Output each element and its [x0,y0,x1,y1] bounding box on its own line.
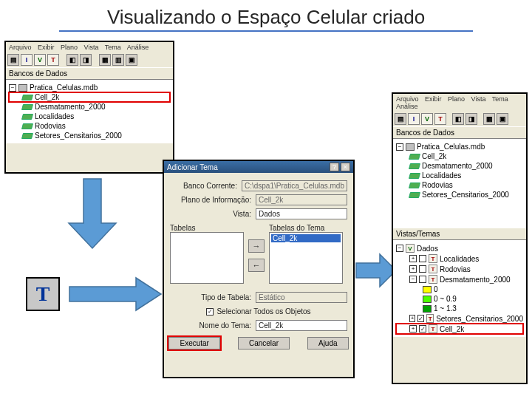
view-name: Dados [417,245,438,253]
menu-vista[interactable]: Vista [471,95,486,103]
list-item[interactable]: Cell_2k [271,234,341,242]
menu-tema[interactable]: Tema [105,44,121,51]
theme-checkbox[interactable] [419,265,426,273]
cancelar-button[interactable]: Cancelar [238,337,290,349]
tree-db-row[interactable]: −Pratica_Celulas.mdb [396,142,523,151]
nome-field[interactable]: Cell_2k [256,320,347,331]
expand-icon[interactable]: + [409,265,417,273]
vista-field[interactable]: Dados [256,208,347,219]
menubar[interactable]: Arquivo Exibir Plano Vista Tema Análise [6,42,173,52]
expand-icon[interactable]: + [409,255,417,262]
tabelas-tema-listbox[interactable]: Cell_2k [269,232,343,284]
layer-label: Cell_2k [35,93,59,101]
tool-btn-5[interactable]: ▣ [126,54,137,66]
t-button[interactable]: T [434,113,446,125]
tool-btn[interactable]: ◧ [452,113,464,125]
select-all-checkbox[interactable]: ✓ [206,308,214,316]
plano-label: Plano de Informação: [170,196,251,204]
views-tree[interactable]: −VDados +TLocalidades +TRodovias −TDesma… [393,240,526,337]
theme-row[interactable]: +✓TSetores_Censitarios_2000 [396,313,523,324]
tree-layer-cell2k[interactable]: Cell_2k [9,92,170,102]
move-right-button[interactable]: → [248,239,265,253]
executar-button[interactable]: Executar [168,337,219,349]
tabelas-listbox[interactable] [170,232,244,284]
t-glyph: T [36,282,50,306]
tree-layer[interactable]: Desmatamento_2000 [9,102,170,112]
expand-icon[interactable]: + [409,325,417,332]
layer-icon [21,104,33,110]
i-button[interactable]: I [408,113,420,125]
expand-icon[interactable]: − [409,276,417,283]
theme-row-cell2k[interactable]: +✓TCell_2k [396,324,523,334]
menu-exibir[interactable]: Exibir [38,44,55,51]
plano-field: Cell_2k [256,194,347,205]
db-tree[interactable]: −Pratica_Celulas.mdb Cell_2k Desmatament… [6,80,173,143]
db-section-label: Bancos de Dados [393,126,526,139]
db-name: Pratica_Celulas.mdb [417,143,485,151]
menu-analise[interactable]: Análise [396,103,418,110]
theme-checkbox[interactable] [419,276,426,283]
tree-layer[interactable]: Cell_2k [396,151,523,161]
banco-label: Banco Corrente: [170,182,237,190]
tool-btn-3[interactable]: ▦ [99,54,111,66]
layer-label: Desmatamento_2000 [422,162,493,170]
tree-layer[interactable]: Localidades [396,171,523,180]
tool-btn-1[interactable]: ◧ [66,54,78,66]
db-icon-button[interactable]: ▤ [395,113,406,125]
theme-checkbox[interactable] [419,255,426,262]
tree-layer[interactable]: Setores_Censitarios_2000 [396,190,523,200]
t-button[interactable]: T [47,54,59,66]
menu-plano[interactable]: Plano [448,95,465,103]
view-row[interactable]: −VDados [396,243,523,253]
menu-arquivo[interactable]: Arquivo [9,44,32,51]
select-all-label: Selecionar Todos os Objetos [216,307,310,316]
menu-arquivo[interactable]: Arquivo [396,95,419,103]
database-icon [18,84,27,92]
ajuda-button[interactable]: Ajuda [307,337,349,349]
theme-icon: T [426,314,434,323]
theme-checkbox[interactable]: ✓ [419,325,426,332]
menu-vista[interactable]: Vista [84,44,99,51]
theme-label: Cell_2k [440,325,464,333]
tool-btn[interactable]: ▣ [497,113,508,125]
theme-row[interactable]: −TDesmatamento_2000 [396,274,523,284]
menu-exibir[interactable]: Exibir [425,95,442,103]
v-button[interactable]: V [34,54,46,66]
views-panel: Arquivo Exibir Plano Vista Tema Análise … [392,92,528,384]
tool-btn-2[interactable]: ◨ [80,54,92,66]
menubar[interactable]: Arquivo Exibir Plano Vista Tema Análise [393,94,526,112]
layer-icon [21,95,33,100]
tree-layer[interactable]: Setores_Censitarios_2000 [9,131,170,140]
tree-layer[interactable]: Rodovias [9,121,170,131]
close-icon[interactable]: × [341,163,350,171]
db-tree[interactable]: −Pratica_Celulas.mdb Cell_2k Desmatament… [393,139,526,228]
i-button[interactable]: I [21,54,33,66]
arrow-right-icon [68,275,164,313]
theme-label: Desmatamento_2000 [440,276,511,284]
tree-db-row[interactable]: −Pratica_Celulas.mdb [9,83,170,92]
v-button[interactable]: V [421,113,433,125]
menu-tema[interactable]: Tema [492,95,508,103]
tree-layer[interactable]: Localidades [9,112,170,121]
db-tree-panel: Arquivo Exibir Plano Vista Tema Análise … [4,41,174,174]
dialog-titlebar[interactable]: Adicionar Tema ? × [164,161,353,173]
menu-plano[interactable]: Plano [61,44,78,51]
db-icon-button[interactable]: ▤ [7,54,19,66]
tool-btn-4[interactable]: ▥ [112,54,124,66]
theme-label: Setores_Censitarios_2000 [436,315,523,323]
layer-label: Rodovias [422,181,453,189]
tree-layer[interactable]: Rodovias [396,180,523,190]
tool-btn[interactable]: ◨ [466,113,477,125]
help-icon[interactable]: ? [330,163,339,171]
move-left-button[interactable]: ← [248,259,265,272]
menu-analise[interactable]: Análise [127,44,149,51]
tool-btn[interactable]: ▦ [483,113,495,125]
tree-layer[interactable]: Desmatamento_2000 [396,161,523,171]
tema-shortcut-icon[interactable]: T [26,277,60,311]
theme-row[interactable]: +TRodovias [396,264,523,274]
theme-row[interactable]: +TLocalidades [396,253,523,264]
theme-checkbox[interactable]: ✓ [417,315,424,322]
expand-icon[interactable]: + [409,315,415,322]
vista-label: Vista: [170,210,251,218]
theme-label: Localidades [440,255,479,263]
